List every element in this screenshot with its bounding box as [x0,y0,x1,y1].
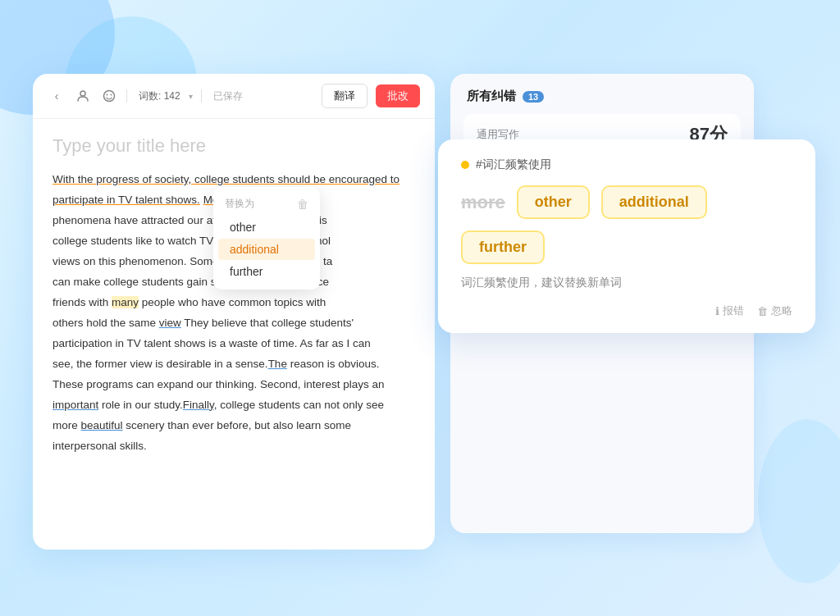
svg-point-0 [80,91,85,96]
dropdown-delete-icon[interactable]: 🗑 [297,198,308,211]
svg-point-2 [107,94,108,96]
replacement-dropdown: 替换为 🗑 other additional further [213,187,320,290]
editor-card: ‹ 词数: 142 ▾ 已保存 翻译 批改 Type your title he… [33,74,435,550]
ignore-icon: 🗑 [757,305,768,317]
errors-title: 所有纠错 [467,89,516,104]
dropdown-header: 替换为 🗑 [213,194,320,216]
report-icon: ℹ [715,305,719,317]
user-icon[interactable] [74,87,92,105]
underline-view: view [159,317,181,329]
underline-beautiful: beautiful [81,419,123,431]
emoji-icon[interactable] [100,87,118,105]
toolbar-separator-2 [201,89,202,103]
errors-header: 所有纠错 13 [450,89,754,114]
dropdown-item-further[interactable]: further [218,261,315,282]
editor-toolbar: ‹ 词数: 142 ▾ 已保存 翻译 批改 [33,74,435,119]
vocab-chip-additional[interactable]: additional [601,185,707,219]
toolbar-separator [126,89,127,103]
vocabulary-card: #词汇频繁使用 more other additional further 词汇… [438,139,815,333]
errors-badge: 13 [523,91,544,103]
svg-point-3 [111,94,112,96]
vocab-header: #词汇频繁使用 [461,157,792,172]
bg-decoration-3 [758,419,840,583]
underline-the: The [268,358,287,370]
word-count-arrow[interactable]: ▾ [189,92,193,101]
vocab-dot [461,161,469,169]
dropdown-item-other[interactable]: other [218,217,315,238]
revise-button[interactable]: 批改 [376,84,420,107]
vocab-actions: ℹ 报错 🗑 忽略 [461,303,792,318]
dropdown-item-additional[interactable]: additional [218,239,315,260]
vocab-chip-further[interactable]: further [461,230,545,264]
vocab-tag: #词汇频繁使用 [476,157,551,172]
vocab-words: more other additional further [461,185,792,264]
translate-button[interactable]: 翻译 [322,84,368,108]
underline-important: important [52,399,98,411]
editor-content[interactable]: Type your title here With the progress o… [33,119,435,550]
back-button[interactable]: ‹ [48,87,66,105]
highlight-many: many [112,296,139,308]
report-button[interactable]: ℹ 报错 [715,303,744,318]
ignore-button[interactable]: 🗑 忽略 [757,303,792,318]
dropdown-label: 替换为 [225,197,254,211]
report-label: 报错 [723,303,744,318]
word-count[interactable]: 词数: 142 [139,89,180,103]
underline-finally: Finally [183,399,214,411]
ignore-label: 忽略 [771,303,792,318]
vocab-description: 词汇频繁使用，建议替换新单词 [461,276,792,290]
vocab-original-word: more [461,192,505,213]
vocab-chip-other[interactable]: other [517,185,590,219]
saved-label: 已保存 [213,89,243,103]
editor-title-placeholder[interactable]: Type your title here [52,135,415,157]
